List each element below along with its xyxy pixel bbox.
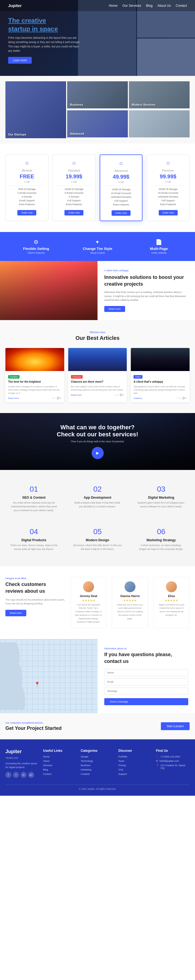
- cta-label: Our customers exceptional service: [5, 721, 62, 724]
- email-icon: ✉: [156, 760, 158, 762]
- footer-disc-faq[interactable]: FAQ: [118, 768, 152, 771]
- nav-home[interactable]: Home: [109, 4, 117, 8]
- pricing-gb-standard: 2 GB: [56, 180, 92, 186]
- nav-contact[interactable]: Contact: [176, 4, 187, 8]
- contact-name-input[interactable]: [104, 669, 188, 676]
- article-stats-0: ♡ 0 💬 0: [51, 397, 61, 399]
- contact-email-input[interactable]: [104, 678, 188, 686]
- footer-cat-tech[interactable]: Technology: [81, 760, 114, 762]
- pricing-price-standard: 19.99$: [56, 173, 92, 180]
- footer-link-contact[interactable]: Contact: [43, 773, 77, 775]
- article-tag-1: Chances: [71, 375, 83, 379]
- pricing-accounts-free: 2 Email Accounts: [9, 192, 45, 194]
- service-title-3: Digital Products: [10, 538, 58, 542]
- footer: Jupiter TEMPLATE Innovating the creative…: [0, 739, 195, 796]
- article-title-2: A client that's unhappy: [133, 380, 187, 384]
- contact-message-input[interactable]: [104, 687, 188, 695]
- article-read-2[interactable]: Features: [133, 397, 142, 399]
- contact-send-button[interactable]: Send a message: [104, 698, 188, 705]
- testimonial-stars-2: ★★★★★: [158, 599, 185, 602]
- pricing-tier-advanced: Advanced: [103, 169, 139, 172]
- footer-link-blog[interactable]: Blog: [43, 768, 77, 771]
- grid-item-business[interactable]: Business: [67, 81, 128, 108]
- service-num-2: 03: [137, 485, 185, 493]
- contact-label: Information about us: [104, 647, 188, 650]
- pricing-order-advanced[interactable]: Order now: [112, 210, 130, 216]
- footer-categories-col: Categories Design Technology Business Ma…: [81, 749, 114, 778]
- service-item-5: 06 Marketing Strategy It short sentences…: [133, 523, 190, 555]
- footer-disc-pricing[interactable]: Pricing: [118, 764, 152, 767]
- multipage-icon: 📄: [128, 239, 190, 245]
- nav-services[interactable]: Our Services: [122, 4, 141, 8]
- article-tag-0: Creative: [8, 375, 19, 379]
- article-img-2: [131, 348, 190, 371]
- contact-title: If you have questions please, contact us: [104, 651, 188, 665]
- grid-item-extra[interactable]: [129, 110, 190, 137]
- service-item-1: 02 App Development Build a tested code b…: [69, 481, 126, 517]
- nav-blog[interactable]: Blog: [146, 4, 152, 8]
- nav-logo[interactable]: Jupiter: [8, 3, 22, 8]
- testimonials-desc: The copy should not be pretentious about…: [5, 598, 65, 606]
- article-read-1[interactable]: Read more: [71, 394, 82, 396]
- footer-disc-support[interactable]: Support: [118, 773, 152, 775]
- footer-cat-creative[interactable]: Creative: [81, 773, 114, 775]
- footer-col-title-discover: Discover: [118, 749, 152, 752]
- creative-title: Innovative solutions to boost your creat…: [104, 274, 188, 288]
- pricing-order-standard[interactable]: Order now: [65, 210, 83, 215]
- pricing-support-free: Email Support: [9, 199, 45, 202]
- nav-about[interactable]: About Us: [157, 4, 171, 8]
- creative-content: A client that's unhappy Innovative solut…: [97, 261, 195, 320]
- hero-cta-button[interactable]: Learn more: [8, 57, 32, 64]
- article-read-0[interactable]: Read more: [8, 397, 19, 399]
- testimonial-stars-1: ★★★★★: [116, 599, 144, 602]
- contact-panel: Information about us If you have questio…: [97, 639, 195, 713]
- social-twitter[interactable]: t: [13, 772, 19, 778]
- hero-image-1: [78, 0, 136, 76]
- pricing-price-premium: 99.99$: [150, 173, 186, 180]
- testimonial-card-1: Gianna Harris ★★★★★ What kills me is the…: [112, 577, 148, 628]
- grid-item-advanced[interactable]: Advanced: [67, 110, 128, 137]
- footer-disc-portfolio[interactable]: Portfolio: [118, 755, 152, 758]
- social-linkedin[interactable]: in: [21, 772, 27, 778]
- footer-cat-business[interactable]: Business: [81, 764, 114, 767]
- footer-link-services[interactable]: Services: [43, 764, 77, 767]
- pricing-icon-premium: ○: [150, 160, 186, 167]
- testimonials-label: Designs to be filled: [5, 577, 65, 580]
- cta-start-button[interactable]: Start a project: [161, 722, 190, 730]
- footer-link-about[interactable]: About: [43, 760, 77, 762]
- pricing-icon-free: ○: [9, 160, 45, 167]
- grid-item-startups[interactable]: Our Startups: [5, 81, 66, 138]
- footer-cat-marketing[interactable]: Marketing: [81, 768, 114, 771]
- article-text-2: Typographers of yore didn't come up with…: [133, 385, 187, 395]
- pricing-icon-standard: ○: [56, 160, 92, 167]
- hero-images: [78, 0, 195, 76]
- footer-col-title-find: Find Us: [156, 749, 190, 752]
- pricing-order-free[interactable]: Order now: [17, 210, 36, 215]
- video-content: What can we do together?Check out our be…: [51, 413, 144, 470]
- play-button[interactable]: ▶: [92, 447, 104, 459]
- creative-read-more-button[interactable]: Read more: [104, 306, 125, 312]
- service-text-2: Systems gets it done for in-al shipped o…: [137, 501, 185, 509]
- social-google[interactable]: g+: [28, 772, 34, 778]
- grid-item-modern[interactable]: Modern Services: [129, 81, 190, 108]
- article-tag-2: Client: [133, 375, 142, 379]
- creative-image: [0, 261, 97, 320]
- article-card-2: Client A client that's unhappy Typograph…: [131, 348, 190, 402]
- grid-label-business: Business: [70, 103, 83, 106]
- pricing-order-premium[interactable]: Order now: [159, 210, 178, 215]
- footer-disc-team[interactable]: Team: [118, 760, 152, 762]
- article-stats-2: ♡ 0 💬 0: [177, 397, 187, 399]
- hero-section: The creative startup in space If the cop…: [0, 0, 195, 76]
- article-footer-2: Features ♡ 0 💬 0: [133, 397, 187, 399]
- map-pin: 📍: [34, 681, 40, 687]
- service-title-5: Marketing Strategy: [137, 538, 185, 542]
- footer-cat-design[interactable]: Design: [81, 755, 114, 758]
- footer-link-home[interactable]: Home: [43, 755, 77, 758]
- article-card-1: Chances Chances are there more? But most…: [68, 348, 127, 402]
- service-item-4: 05 Modern Design But worse, what if this…: [69, 523, 126, 555]
- pricing-card-free: ○ Minimal FREE 1 GB 5GB Of Storage 2 Ema…: [5, 154, 49, 221]
- testimonials-read-btn[interactable]: Read more: [5, 610, 26, 616]
- social-facebook[interactable]: f: [5, 772, 11, 778]
- testimonial-card-0: Jeremy Deal ★★★★★ I can found the signat…: [70, 577, 106, 628]
- article-img-0: [5, 348, 64, 371]
